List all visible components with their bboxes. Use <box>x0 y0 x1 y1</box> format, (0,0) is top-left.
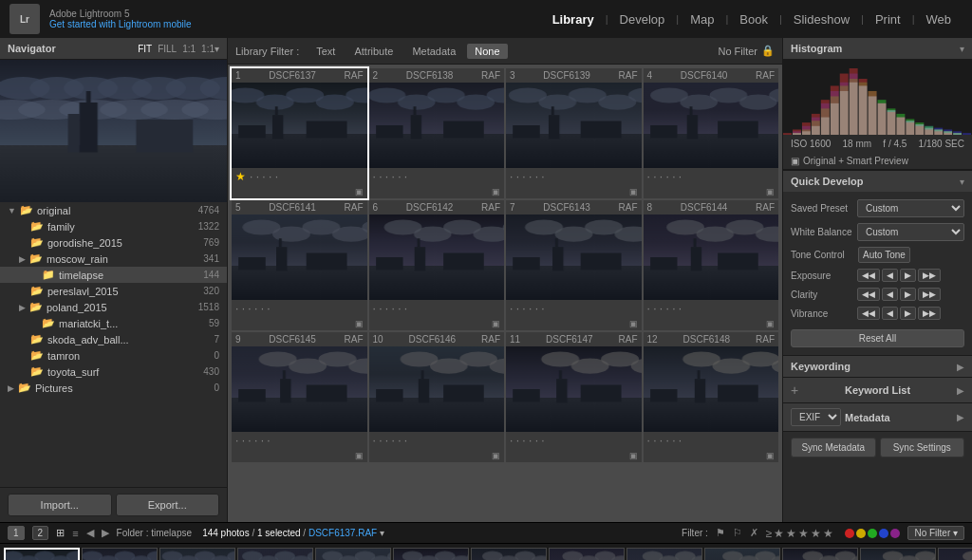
grid-cell-dscf6139[interactable]: 3 DSCF6139 RAF· · · · · ·▣ <box>506 68 642 198</box>
nav-book[interactable]: Book <box>728 0 779 38</box>
filter-metadata[interactable]: Metadata <box>404 44 463 59</box>
grid-cell-dscf6148[interactable]: 12 DSCF6148 RAF· · · · · ·▣ <box>644 332 779 462</box>
folder-item-family[interactable]: 📂family1322 <box>0 218 227 234</box>
filmstrip-thumb-0[interactable] <box>4 548 80 561</box>
nav-slideshow[interactable]: Slideshow <box>782 0 861 38</box>
folder-item-poland-2015[interactable]: ▶📂poland_20151518 <box>0 299 227 315</box>
saved-preset-select[interactable]: Custom <box>857 199 964 217</box>
filmstrip-thumb-7[interactable] <box>549 548 625 561</box>
color-purple[interactable] <box>890 529 900 538</box>
filmstrip-thumb-9[interactable] <box>704 548 780 561</box>
filter-flag-on[interactable]: ⚐ <box>733 527 742 539</box>
star-4[interactable]: ★ <box>811 527 821 540</box>
histogram-arrow[interactable]: ▾ <box>960 44 964 54</box>
grid-cell-dscf6147[interactable]: 11 DSCF6147 RAF· · · · · ·▣ <box>506 332 642 462</box>
grid-area[interactable]: 1 DSCF6137 RAF★ · · · · ·▣2 DSCF6138 RAF… <box>228 65 782 522</box>
white-balance-select[interactable]: Custom <box>857 223 964 241</box>
star-5[interactable]: ★ <box>823 527 833 540</box>
nav-map[interactable]: Map <box>679 0 725 38</box>
vibrance-minus[interactable]: ◀ <box>882 307 898 320</box>
auto-tone-button[interactable]: Auto Tone <box>858 247 910 263</box>
exposure-plus-plus[interactable]: ▶▶ <box>918 269 941 282</box>
color-red[interactable] <box>845 529 854 538</box>
clarity-plus-plus[interactable]: ▶▶ <box>918 288 941 301</box>
vibrance-plus[interactable]: ▶ <box>900 307 916 320</box>
folder-item-toyota-surf[interactable]: 📂toyota_surf430 <box>0 364 227 380</box>
sync-metadata-button[interactable]: Sync Metadata <box>791 438 876 457</box>
grid-cell-dscf6143[interactable]: 7 DSCF6143 RAF· · · · · ·▣ <box>506 200 642 330</box>
folder-item-tamron[interactable]: 📂tamron0 <box>0 347 227 364</box>
import-button[interactable]: Import... <box>8 494 112 516</box>
grid-cell-dscf6142[interactable]: 6 DSCF6142 RAF· · · · · ·▣ <box>369 200 505 330</box>
filmstrip-prev[interactable]: ◀ <box>86 527 94 539</box>
folder-item-gorodishe-2015[interactable]: 📂gorodishe_2015769 <box>0 234 227 251</box>
keywording-toggle[interactable]: Keywording ▶ <box>783 356 972 378</box>
exposure-minus[interactable]: ◀ <box>882 269 898 282</box>
metadata-toggle[interactable]: EXIF Metadata ▶ <box>783 403 972 432</box>
filmstrip-thumb-10[interactable] <box>782 548 858 561</box>
filmstrip[interactable] <box>0 543 972 560</box>
star-3[interactable]: ★ <box>798 527 809 540</box>
nav-web[interactable]: Web <box>915 0 963 38</box>
nav-zoom[interactable]: 1:1▾ <box>201 44 219 54</box>
filmstrip-thumb-4[interactable] <box>315 548 391 561</box>
view-grid-icon[interactable]: ⊞ <box>56 527 65 539</box>
grid-cell-dscf6140[interactable]: 4 DSCF6140 RAF· · · · · ·▣ <box>644 68 779 198</box>
filmstrip-thumb-12[interactable] <box>938 548 972 561</box>
folder-item-mariatcki-t---[interactable]: 📂mariatcki_t...59 <box>0 315 227 331</box>
no-filter-bottom-button[interactable]: No Filter ▾ <box>907 526 964 540</box>
folder-item-moscow-rain[interactable]: ▶📂moscow_rain341 <box>0 251 227 267</box>
color-yellow[interactable] <box>856 529 866 538</box>
grid-cell-dscf6144[interactable]: 8 DSCF6144 RAF· · · · · ·▣ <box>644 200 779 330</box>
filmstrip-thumb-8[interactable] <box>626 548 702 561</box>
filter-none[interactable]: None <box>467 44 507 59</box>
folder-item-skoda-adv-ball---[interactable]: 📂skoda_adv_ball...7 <box>0 331 227 347</box>
view-btn-1[interactable]: 1 <box>8 526 25 540</box>
keyword-list-toggle[interactable]: + Keyword List ▶ <box>783 378 972 403</box>
filter-flag-off[interactable]: ⚑ <box>716 527 725 539</box>
color-blue[interactable] <box>879 529 888 538</box>
view-btn-2[interactable]: 2 <box>32 526 49 540</box>
app-subtitle[interactable]: Get started with Lightroom mobile <box>49 19 541 29</box>
star-1[interactable]: ★ <box>774 527 784 540</box>
folder-item-original[interactable]: ▼📂original4764 <box>0 202 227 218</box>
vibrance-minus-minus[interactable]: ◀◀ <box>857 307 880 320</box>
filmstrip-next[interactable]: ▶ <box>102 527 109 539</box>
grid-cell-dscf6146[interactable]: 10 DSCF6146 RAF· · · · · ·▣ <box>369 332 505 462</box>
grid-cell-dscf6137[interactable]: 1 DSCF6137 RAF★ · · · · ·▣ <box>232 68 367 198</box>
star-2[interactable]: ★ <box>786 527 796 540</box>
filmstrip-thumb-5[interactable] <box>393 548 469 561</box>
filmstrip-thumb-1[interactable] <box>82 548 158 561</box>
exposure-minus-minus[interactable]: ◀◀ <box>857 269 880 282</box>
reset-all-button[interactable]: Reset All <box>791 329 964 347</box>
sync-settings-button[interactable]: Sync Settings <box>880 438 965 457</box>
filmstrip-thumb-11[interactable] <box>860 548 936 561</box>
clarity-minus[interactable]: ◀ <box>882 288 898 301</box>
nav-fit[interactable]: FIT <box>138 44 152 54</box>
filter-attribute[interactable]: Attribute <box>346 44 401 59</box>
filter-reject[interactable]: ✗ <box>750 527 758 539</box>
nav-1-1[interactable]: 1:1 <box>182 44 196 54</box>
folders-panel[interactable]: ▼📂original4764📂family1322📂gorodishe_2015… <box>0 202 227 487</box>
folder-item-Pictures[interactable]: ▶📂Pictures0 <box>0 380 227 396</box>
nav-library[interactable]: Library <box>541 0 606 38</box>
nav-develop[interactable]: Develop <box>608 0 677 38</box>
grid-cell-dscf6138[interactable]: 2 DSCF6138 RAF· · · · · ·▣ <box>369 68 505 198</box>
quick-develop-arrow[interactable]: ▾ <box>960 177 964 187</box>
clarity-plus[interactable]: ▶ <box>900 288 916 301</box>
metadata-type-select[interactable]: EXIF <box>791 408 841 426</box>
filmstrip-thumb-3[interactable] <box>237 548 313 561</box>
nav-fill[interactable]: FILL <box>158 44 177 54</box>
filmstrip-thumb-6[interactable] <box>471 548 547 561</box>
clarity-minus-minus[interactable]: ◀◀ <box>857 288 880 301</box>
filter-text[interactable]: Text <box>308 44 343 59</box>
folder-item-pereslavl-2015[interactable]: 📂pereslavl_2015320 <box>0 283 227 299</box>
grid-cell-dscf6141[interactable]: 5 DSCF6141 RAF· · · · · ·▣ <box>232 200 367 330</box>
filmstrip-thumb-2[interactable] <box>159 548 235 561</box>
color-green[interactable] <box>868 529 877 538</box>
nav-print[interactable]: Print <box>864 0 912 38</box>
vibrance-plus-plus[interactable]: ▶▶ <box>918 307 941 320</box>
export-button[interactable]: Export... <box>116 494 220 516</box>
folder-item-timelapse[interactable]: 📁timelapse144 <box>0 267 227 283</box>
exposure-plus[interactable]: ▶ <box>900 269 916 282</box>
